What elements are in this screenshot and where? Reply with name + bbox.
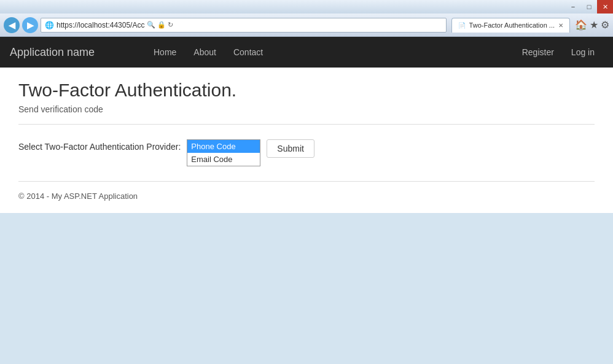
back-button[interactable]: ◀ (4, 17, 20, 33)
browser-right-icons: 🏠 ★ ⚙ (575, 19, 609, 31)
home-browser-icon[interactable]: 🏠 (575, 19, 587, 31)
refresh-icon[interactable]: ↻ (168, 21, 173, 29)
forward-button[interactable]: ▶ (22, 17, 38, 33)
divider-bottom (18, 181, 595, 182)
page-subtitle: Send verification code (18, 104, 595, 114)
browser-tab[interactable]: 📄 Two-Factor Authentication ... ✕ (451, 18, 570, 33)
page-title: Two-Factor Authentication. (18, 80, 595, 101)
provider-select[interactable]: Phone Code Email Code (187, 139, 260, 166)
browser-toolbar: ◀ ▶ 🌐 https://localhost:44305/Acc 🔍 🔒 ↻ … (0, 14, 613, 37)
maximize-button[interactable]: □ (581, 0, 597, 14)
navbar-link-about[interactable]: About (185, 37, 225, 68)
navbar: Application name Home About Contact Regi… (0, 37, 613, 68)
title-bar-buttons: − □ ✕ (565, 0, 613, 14)
navbar-right: Register Log in (513, 37, 603, 68)
tab-close-icon[interactable]: ✕ (558, 22, 563, 29)
tab-title: Two-Factor Authentication ... (469, 21, 555, 29)
star-icon[interactable]: ★ (590, 19, 598, 31)
address-bar[interactable]: 🌐 https://localhost:44305/Acc 🔍 🔒 ↻ (41, 18, 447, 33)
navbar-links: Home About Contact (145, 37, 271, 68)
provider-label: Select Two-Factor Authentication Provide… (18, 139, 181, 152)
navbar-brand[interactable]: Application name (10, 46, 133, 59)
content-area: Two-Factor Authentication. Send verifica… (0, 68, 613, 213)
provider-option-email[interactable]: Email Code (187, 153, 260, 166)
address-text: https://localhost:44305/Acc (57, 21, 144, 29)
lock-icon: 🔒 (157, 21, 166, 29)
tab-favicon-icon: 📄 (458, 22, 466, 29)
title-bar: − □ ✕ (0, 0, 613, 14)
navbar-link-register[interactable]: Register (513, 37, 563, 68)
navbar-link-login[interactable]: Log in (563, 37, 603, 68)
divider-top (18, 124, 595, 125)
footer-text: © 2014 - My ASP.NET Application (18, 192, 595, 201)
provider-form-row: Select Two-Factor Authentication Provide… (18, 139, 595, 166)
minimize-button[interactable]: − (565, 0, 581, 14)
close-button[interactable]: ✕ (597, 0, 613, 14)
navbar-link-contact[interactable]: Contact (225, 37, 271, 68)
navbar-link-home[interactable]: Home (145, 37, 185, 68)
search-icon[interactable]: 🔍 (147, 21, 155, 29)
settings-icon[interactable]: ⚙ (601, 19, 609, 31)
submit-button[interactable]: Submit (267, 139, 314, 158)
provider-option-phone[interactable]: Phone Code (187, 140, 260, 153)
